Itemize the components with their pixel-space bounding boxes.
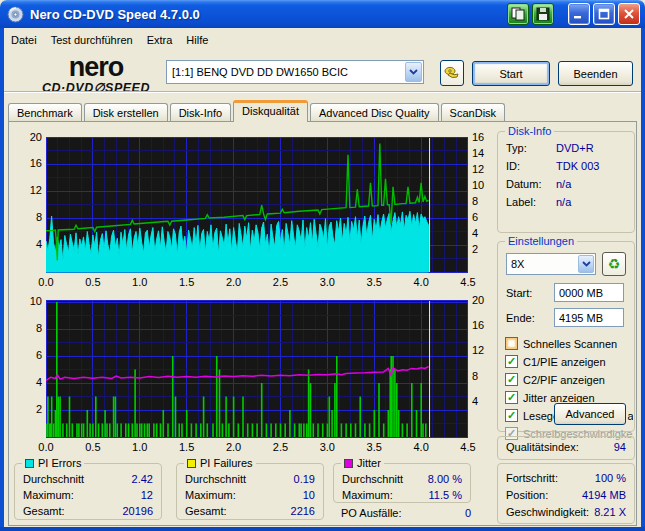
checkbox-c2-pif-anzeigen[interactable]: ✓C2/PIF anzeigen [505, 371, 633, 388]
stat-label: Maximum: [342, 489, 393, 501]
geschwindigkeit-value: 8.21 X [594, 506, 626, 518]
x-tick-label: 0.5 [81, 441, 105, 453]
y-tick-label: 2 [12, 403, 42, 415]
stat-value: 0.19 [294, 473, 315, 485]
y-tick-label: 4 [12, 238, 42, 250]
stat-label: Maximum: [185, 489, 236, 501]
stat-value: 10 [303, 489, 315, 501]
disk-info-label: Datum: [506, 178, 541, 190]
disk-info-group: Disk-Info Typ:DVD+RID:TDK 003Datum:n/aLa… [497, 131, 635, 233]
x-tick-label: 3.0 [315, 276, 339, 288]
menu-bar: DateiTest durchführenExtraHilfe [4, 30, 641, 49]
close-button[interactable] [618, 3, 640, 25]
window-border-bottom [0, 527, 645, 531]
speed-select[interactable]: 8X [506, 253, 596, 275]
tab-disk-erstellen[interactable]: Disk erstellen [84, 103, 168, 122]
x-tick-label: 0.0 [34, 441, 58, 453]
menu-test-durchf-hren[interactable]: Test durchführen [44, 32, 140, 48]
checkbox-box[interactable]: ✓ [505, 355, 518, 368]
tab-scandisk[interactable]: ScanDisk [441, 103, 505, 122]
geschwindigkeit-label: Geschwindigkeit: [506, 506, 589, 518]
checkbox-box[interactable]: ✓ [505, 391, 518, 404]
disk-info-label: ID: [506, 160, 520, 172]
checkbox-label: C1/PIE anzeigen [523, 356, 606, 368]
pi-errors-title: PI Errors [22, 457, 84, 469]
pi-failures-row: Maximum:10 [185, 489, 315, 501]
disk-info-value: n/a [556, 178, 626, 190]
checkbox-label: C2/PIF anzeigen [523, 374, 605, 386]
y-tick-label: 12 [12, 184, 42, 196]
start-button[interactable]: Start [472, 61, 550, 86]
close-icon [623, 8, 635, 20]
checkbox-label: Jitter anzeigen [523, 392, 595, 404]
checkbox-schnelles-scannen[interactable]: Schnelles Scannen [505, 335, 633, 352]
drive-select-arrow[interactable] [405, 62, 422, 82]
menu-datei[interactable]: Datei [4, 32, 44, 48]
x-tick-label: 2.0 [222, 276, 246, 288]
menu-extra[interactable]: Extra [140, 32, 180, 48]
tab-diskqualit-t[interactable]: Diskqualität [233, 100, 308, 122]
x-tick-label: 0.0 [34, 276, 58, 288]
jitter-legend-swatch [344, 459, 353, 468]
y2-tick-label: 20 [472, 294, 496, 306]
y2-tick-label: 8 [472, 195, 496, 207]
y2-tick-label: 16 [472, 319, 496, 331]
jitter-title-text: Jitter [357, 457, 381, 469]
y-tick-label: 10 [12, 295, 42, 307]
menu-hilfe[interactable]: Hilfe [179, 32, 215, 48]
maximize-button[interactable] [593, 3, 615, 25]
speed-select-arrow[interactable] [578, 255, 594, 273]
stat-value: 12 [141, 489, 153, 501]
disk-info-title: Disk-Info [505, 125, 554, 137]
disk-info-row: Label:n/a [506, 196, 626, 208]
po-failures-label: PO Ausfälle: [341, 507, 402, 519]
speed-select-value: 8X [507, 258, 577, 270]
pi-failures-legend-swatch [187, 459, 196, 468]
stat-value: 8.00 % [428, 473, 462, 485]
pi-failures-title: PI Failures [184, 457, 256, 469]
position-value: 4194 MB [582, 489, 626, 501]
checkbox-box[interactable] [505, 337, 518, 350]
po-failures-value: 0 [465, 507, 471, 519]
minimize-button[interactable] [568, 3, 590, 25]
jitter-row: Durchschnitt8.00 % [342, 473, 462, 485]
quit-button[interactable]: Beenden [558, 61, 633, 86]
checkbox-box[interactable]: ✓ [505, 409, 518, 422]
checkbox-box[interactable]: ✓ [505, 373, 518, 386]
tab-disk-info[interactable]: Disk-Info [170, 103, 231, 122]
copy-chart-button[interactable] [507, 3, 529, 25]
eject-disc-button[interactable] [440, 60, 464, 86]
tab-benchmark[interactable]: Benchmark [8, 103, 82, 122]
y2-tick-label: 4 [472, 227, 496, 239]
x-tick-label: 4.0 [409, 276, 433, 288]
title-bar[interactable]: Nero CD-DVD Speed 4.7.0.0 [0, 0, 645, 28]
disk-info-row: Datum:n/a [506, 178, 626, 190]
pi-errors-title-text: PI Errors [38, 457, 81, 469]
stat-label: Durchschnitt [23, 473, 84, 485]
refresh-disc-button[interactable]: ♻ [602, 252, 626, 276]
window-title: Nero CD-DVD Speed 4.7.0.0 [30, 7, 200, 22]
x-tick-label: 1.5 [175, 276, 199, 288]
position-label: Position: [506, 489, 548, 501]
y2-tick-label: 12 [472, 163, 496, 175]
save-chart-button[interactable] [532, 3, 554, 25]
x-tick-label: 1.0 [128, 441, 152, 453]
y2-tick-label: 6 [472, 211, 496, 223]
window-border-right [641, 28, 645, 531]
advanced-button[interactable]: Advanced [554, 403, 626, 425]
pi-failures-row: Gesamt:2216 [185, 505, 315, 517]
drive-select[interactable]: [1:1] BENQ DVD DD DW1650 BCIC [166, 60, 424, 84]
x-tick-label: 4.5 [456, 441, 480, 453]
progress-row: Fortschritt:100 % [506, 472, 626, 484]
start-field[interactable] [554, 283, 624, 302]
tab-advanced-disc-quality[interactable]: Advanced Disc Quality [310, 103, 439, 122]
end-field[interactable] [554, 308, 624, 327]
y2-tick-label: 12 [472, 344, 496, 356]
checkbox-c1-pie-anzeigen[interactable]: ✓C1/PIE anzeigen [505, 353, 633, 370]
stat-value: 11.5 % [429, 489, 462, 501]
disk-info-value: DVD+R [556, 142, 626, 154]
pi-failures-title-text: PI Failures [200, 457, 253, 469]
toolbar-separator [4, 91, 641, 93]
x-tick-label: 3.5 [362, 276, 386, 288]
y2-tick-label: 10 [472, 179, 496, 191]
